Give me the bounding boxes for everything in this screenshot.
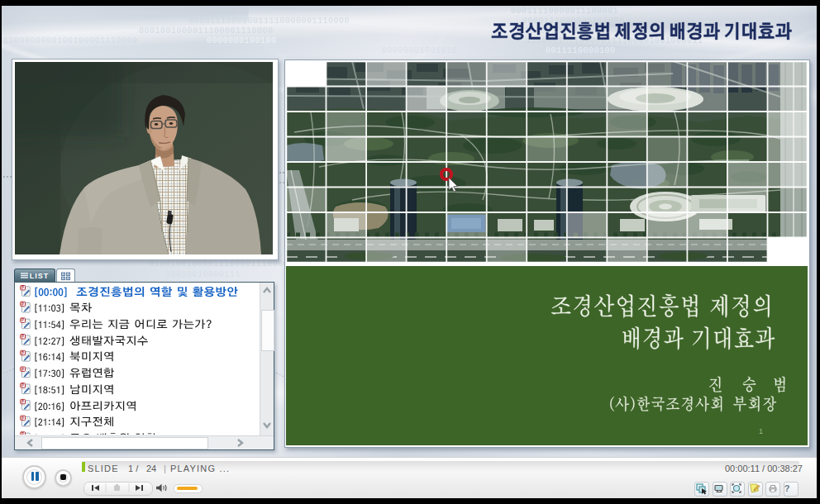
svg-text:?: ? [784,483,790,493]
